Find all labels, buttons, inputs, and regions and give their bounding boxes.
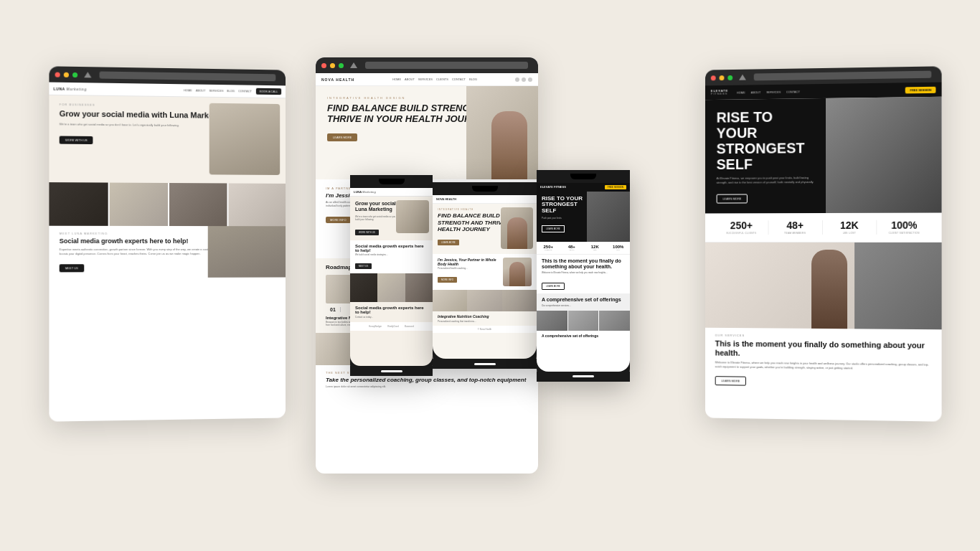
nova-nav-contact[interactable]: CONTACT bbox=[452, 77, 466, 81]
elevate-gym-photo-2 bbox=[854, 242, 942, 329]
luna-hero: FOR BUSINESSES Grow your social media wi… bbox=[49, 95, 286, 184]
nova-nav-home[interactable]: HOME bbox=[392, 77, 401, 81]
luna-footer-item-3: Buzzword bbox=[405, 325, 414, 328]
elevate-phone-section-title: This is the moment you finally do someth… bbox=[542, 258, 625, 270]
nova-number-1: 01 bbox=[326, 307, 341, 312]
elevate-phone-photo-3 bbox=[599, 311, 630, 331]
elevate-stat-team-label: TEAM MEMBERS bbox=[768, 232, 821, 235]
luna-photo-strip bbox=[49, 182, 286, 226]
elevate-nav-about[interactable]: ABOUT bbox=[751, 90, 761, 94]
luna-footer-item-2: ReallyGood bbox=[387, 325, 399, 328]
nova-phone-status bbox=[433, 182, 537, 195]
nova-social-icon-2[interactable] bbox=[522, 77, 526, 82]
nova-phone-bottom-text: Personalized coaching that transforms... bbox=[438, 320, 532, 323]
elevate-stat-lbs-num: 12K bbox=[822, 220, 876, 230]
nova-hero-image bbox=[466, 86, 538, 179]
luna-nav-services[interactable]: SERVICES bbox=[209, 89, 223, 93]
nova-max-dot bbox=[339, 63, 344, 68]
elevate-cta-button[interactable]: FREE SESSION bbox=[905, 86, 936, 93]
nova-logo: NOVA HEALTH bbox=[321, 77, 354, 82]
luna-nav-links: HOME ABOUT SERVICES BLOG CONTACT bbox=[184, 88, 252, 93]
elevate-logo: ELEVATE FITNESS bbox=[711, 90, 728, 95]
elevate-phone-hero-text: Push past your limits bbox=[542, 217, 588, 220]
nova-phone-mockup: NOVA HEALTH INTEGRATIVE HEALTH FIND BALA… bbox=[433, 182, 537, 369]
elevate-phone-photos bbox=[537, 311, 630, 331]
elevate-nav-services[interactable]: SERVICES bbox=[766, 90, 781, 93]
nova-hero-person bbox=[491, 111, 527, 179]
elevate-services-button[interactable]: LEARN MORE bbox=[715, 376, 747, 385]
nova-social-icon-1[interactable] bbox=[515, 77, 519, 82]
elevate-phone-notch bbox=[570, 174, 596, 179]
nova-social-icons bbox=[515, 77, 532, 82]
luna-hero-button[interactable]: WORK WITH US bbox=[60, 136, 93, 144]
elevate-phone-section-btn[interactable]: LEARN MORE bbox=[542, 283, 565, 290]
luna-desktop-mockup: LUNA Marketing HOME ABOUT SERVICES BLOG … bbox=[49, 66, 286, 421]
luna-phone-meet-btn[interactable]: MEET US bbox=[355, 263, 372, 269]
elevate-phone-stat-2: 48+ TEAM bbox=[560, 245, 584, 251]
luna-cta-button[interactable]: BOOK A CALL bbox=[256, 88, 281, 95]
elevate-hero: RISE TO YOUR STRONGEST SELF At Elevate F… bbox=[705, 97, 942, 214]
elevate-stat-clients: 250+ SUCCESSFUL CLIENTS bbox=[715, 220, 769, 235]
nova-phone-hero-btn[interactable]: LEARN MORE bbox=[438, 240, 459, 245]
nova-bottom-title: Take the personalized coaching, group cl… bbox=[326, 377, 528, 383]
elevate-phone-mockup: ELEVATE FITNESS FREE SESSION RISE TO YOU… bbox=[537, 170, 630, 382]
home-indicator bbox=[381, 370, 402, 372]
luna-desktop-content: LUNA Marketing HOME ABOUT SERVICES BLOG … bbox=[49, 83, 286, 422]
luna-nav-home[interactable]: HOME bbox=[184, 88, 192, 92]
elevate-phone-bottom: A comprehensive set of offerings bbox=[537, 331, 630, 341]
luna-phone-nav: LUNA Marketing bbox=[350, 188, 433, 197]
luna-nav-blog[interactable]: BLOG bbox=[227, 89, 235, 93]
nova-section-button[interactable]: MORE INFO bbox=[326, 217, 351, 223]
elevate-phone-cta[interactable]: FREE SESSION bbox=[605, 185, 626, 189]
luna-phone-bottom-title: Social media growth experts here to help… bbox=[355, 306, 428, 314]
elevate-phone-hero-btn[interactable]: LEARN MORE bbox=[542, 225, 565, 232]
elevate-gym-person bbox=[811, 250, 847, 329]
nova-nav-services[interactable]: SERVICES bbox=[418, 77, 433, 81]
elevate-max-dot bbox=[727, 75, 732, 80]
nova-nav-links: HOME ABOUT SERVICES CLIENTS CONTACT BLOG bbox=[392, 77, 477, 81]
elevate-services-text: Welcome to Elevate Fitness, where we hel… bbox=[715, 361, 932, 372]
elevate-forward-icon bbox=[739, 75, 746, 80]
elevate-nav-contact[interactable]: CONTACT bbox=[786, 90, 800, 93]
elevate-middle-section bbox=[705, 242, 942, 329]
max-dot bbox=[72, 72, 77, 77]
nova-social-icon-3[interactable] bbox=[528, 77, 532, 82]
elevate-phone-logo: ELEVATE FITNESS bbox=[540, 185, 566, 189]
elevate-stats: 250+ SUCCESSFUL CLIENTS 48+ TEAM MEMBERS… bbox=[705, 213, 942, 242]
luna-nav-contact[interactable]: CONTACT bbox=[238, 89, 252, 93]
luna-phone-hero-btn[interactable]: WORK WITH US bbox=[355, 230, 379, 235]
luna-phone-meet-title: Social media growth experts here to help… bbox=[355, 244, 428, 253]
nova-nav-blog[interactable]: BLOG bbox=[469, 77, 477, 81]
nova-phone-hero-person bbox=[507, 217, 527, 249]
luna-strip-photo-4 bbox=[228, 183, 286, 226]
elevate-desktop-content: ELEVATE FITNESS HOME ABOUT SERVICES CONT… bbox=[705, 83, 942, 422]
elevate-stat-lbs: 12K LBS LOST bbox=[822, 220, 877, 235]
nova-phone-section-btn[interactable]: MORE INFO bbox=[438, 277, 457, 283]
luna-strip-photo-3 bbox=[169, 183, 227, 226]
nova-close-dot bbox=[321, 63, 326, 68]
elevate-phone-hero-image bbox=[587, 192, 630, 242]
elevate-phone-offerings-text: Our comprehensive services... bbox=[542, 305, 625, 308]
main-scene: LUNA Marketing HOME ABOUT SERVICES BLOG … bbox=[0, 0, 980, 551]
nova-nav-clients[interactable]: CLIENTS bbox=[436, 77, 448, 81]
nova-phone-section-image bbox=[503, 258, 532, 286]
elevate-hero-image bbox=[826, 97, 942, 213]
elevate-logo-bottom: FITNESS bbox=[711, 93, 728, 95]
luna-nav-about[interactable]: ABOUT bbox=[196, 89, 206, 93]
elevate-hero-button[interactable]: LEARN MORE bbox=[717, 194, 748, 204]
elevate-phone-offerings: A comprehensive set of offerings Our com… bbox=[537, 293, 630, 311]
nova-nav-about[interactable]: ABOUT bbox=[405, 77, 415, 81]
luna-phone-logo: LUNA Marketing bbox=[354, 190, 376, 194]
elevate-phone-offerings-title: A comprehensive set of offerings bbox=[542, 297, 625, 303]
elevate-phone-stat-4: 100% SAT. bbox=[607, 245, 631, 251]
elevate-services-section: OUR SERVICES This is the moment you fina… bbox=[705, 328, 942, 394]
luna-meet-image bbox=[208, 226, 286, 278]
luna-meet-button[interactable]: MEET US bbox=[60, 264, 84, 272]
elevate-nav-home[interactable]: HOME bbox=[737, 90, 745, 94]
luna-meet-section: MEET LUNA MARKETING Social media growth … bbox=[49, 226, 286, 278]
nova-phone-footer: © Nova Health bbox=[433, 326, 537, 333]
elevate-stat-team-num: 48+ bbox=[768, 220, 821, 230]
nova-hero-button[interactable]: LEARN MORE bbox=[327, 133, 357, 141]
nova-phone-hero: INTEGRATIVE HEALTH FIND BALANCE BUILD ST… bbox=[433, 204, 537, 254]
elevate-stat-satisfaction: 100% CLIENT SATISFACTION bbox=[877, 220, 932, 235]
